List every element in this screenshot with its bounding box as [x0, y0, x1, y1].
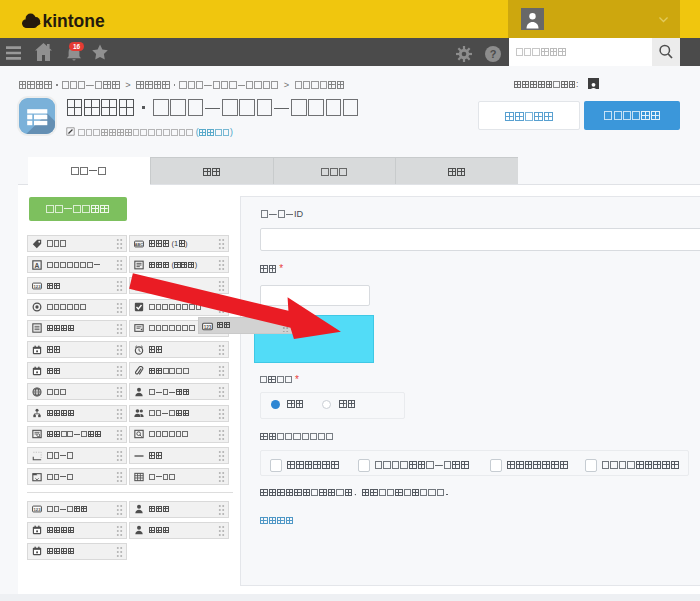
svg-text:kintone: kintone [43, 11, 105, 31]
